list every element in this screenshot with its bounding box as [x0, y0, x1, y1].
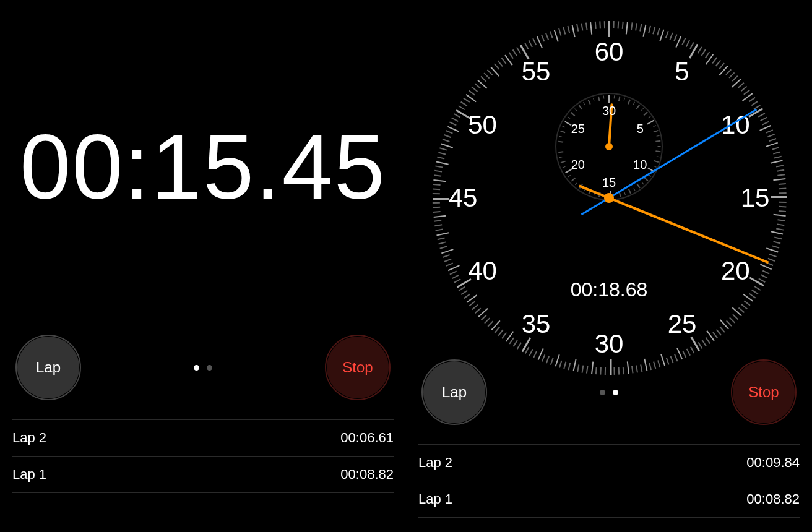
dial-number: 15: [741, 183, 770, 213]
lap-row: Lap 1 00:08.82: [12, 456, 394, 493]
analog-dial[interactable]: 60510152025303540455055 30510152025 00:1…: [430, 19, 788, 377]
lap-label: Lap 1: [12, 466, 46, 483]
subdial-number: 10: [633, 158, 647, 172]
minute-subdial: 30510152025: [555, 93, 663, 200]
dial-number: 40: [468, 256, 497, 286]
elapsed-time-analog: 00:18.68: [571, 278, 648, 301]
lap-button-label: Lap: [36, 359, 61, 376]
page-indicator[interactable]: [600, 390, 618, 395]
controls-row: Lap Stop: [406, 361, 812, 423]
dial-number: 50: [468, 110, 497, 140]
lap-label: Lap 1: [418, 491, 452, 507]
dial-number: 25: [668, 309, 697, 339]
lap-list: Lap 2 00:09.84 Lap 1 00:08.82: [418, 444, 800, 518]
lap-time: 00:08.82: [340, 466, 394, 483]
stop-button-label: Stop: [342, 359, 373, 376]
controls-row: Lap Stop: [0, 337, 406, 398]
lap-row: Lap 2 00:06.61: [12, 419, 394, 456]
lap-list: Lap 2 00:06.61 Lap 1 00:08.82: [12, 419, 394, 493]
subdial-hub: [605, 143, 613, 150]
lap-label: Lap 2: [418, 455, 452, 471]
dial-number: 20: [721, 256, 750, 286]
subdial-number: 20: [571, 158, 585, 172]
lap-label: Lap 2: [12, 430, 46, 446]
lap-row: Lap 2 00:09.84: [418, 444, 800, 481]
dial-number: 60: [595, 37, 624, 67]
page-dot-1: [194, 365, 199, 371]
lap-time: 00:09.84: [746, 455, 800, 471]
dial-number: 45: [449, 183, 478, 213]
stop-button[interactable]: Stop: [733, 361, 795, 423]
page-dot-2: [207, 365, 212, 371]
stopwatch-digital-panel: 00:15.45 Lap Stop Lap 2 00:06.61 Lap 1 0…: [0, 0, 406, 532]
subdial-number: 5: [637, 122, 644, 136]
dial-number: 30: [595, 329, 624, 359]
subdial-number: 15: [602, 176, 616, 190]
stopwatch-analog-panel: 60510152025303540455055 30510152025 00:1…: [406, 0, 812, 532]
lap-time: 00:08.82: [746, 491, 800, 507]
lap-time: 00:06.61: [340, 430, 394, 446]
stop-button-label: Stop: [748, 384, 779, 401]
dial-number: 55: [522, 57, 551, 87]
dial-number: 35: [522, 309, 551, 339]
subdial-number: 30: [602, 104, 616, 118]
page-indicator[interactable]: [194, 365, 212, 371]
lap-row: Lap 1 00:08.82: [418, 481, 800, 518]
lap-button[interactable]: Lap: [423, 361, 485, 423]
lap-button[interactable]: Lap: [17, 337, 79, 398]
page-dot-2: [613, 390, 618, 395]
elapsed-time-digital: 00:15.45: [0, 114, 406, 220]
subdial-number: 25: [571, 122, 585, 136]
dial-number: 5: [675, 57, 689, 87]
lap-button-label: Lap: [442, 384, 467, 401]
page-dot-1: [600, 390, 605, 395]
stop-button[interactable]: Stop: [327, 337, 389, 398]
dial-hub: [604, 193, 614, 203]
